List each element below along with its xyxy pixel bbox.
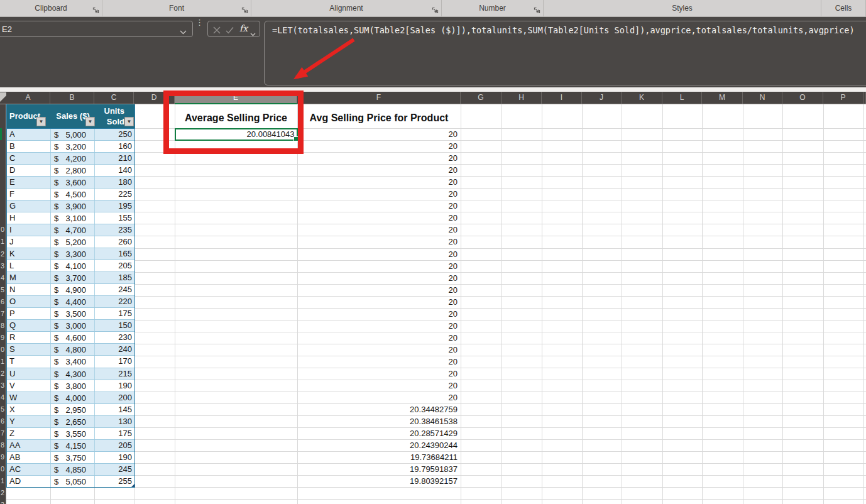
row-number-15[interactable]: 5 xyxy=(1,284,6,296)
cell-F26[interactable]: 20.38461538 xyxy=(297,415,461,427)
product-cell[interactable]: O xyxy=(7,296,51,307)
sales-cell[interactable]: $3,550 xyxy=(51,428,95,439)
row-number-11[interactable]: 1 xyxy=(1,236,6,248)
units-cell[interactable]: 170 xyxy=(95,356,134,367)
table-row-AA[interactable]: AA$4,150205 xyxy=(7,439,134,451)
cell-F8[interactable]: 20 xyxy=(297,200,461,212)
sales-cell[interactable]: $4,600 xyxy=(51,332,95,343)
units-cell[interactable]: 245 xyxy=(95,464,134,475)
enter-icon[interactable] xyxy=(226,25,234,36)
column-header-M[interactable]: M xyxy=(702,92,743,104)
cell-F21[interactable]: 20 xyxy=(297,356,461,368)
row-number-22[interactable]: 2 xyxy=(1,368,6,380)
cell-F24[interactable]: 20 xyxy=(297,392,461,403)
ribbon-group-number[interactable]: Number xyxy=(442,0,544,16)
filter-dropdown-sales[interactable]: ▼ xyxy=(85,117,95,126)
ribbon-group-cells[interactable]: Cells xyxy=(821,0,866,16)
units-cell[interactable]: 255 xyxy=(95,476,134,487)
product-cell[interactable]: AA xyxy=(7,440,51,451)
units-cell[interactable]: 240 xyxy=(95,344,134,355)
row-number-26[interactable]: 6 xyxy=(1,415,6,427)
cell-F3[interactable]: 20 xyxy=(297,140,461,152)
ribbon-group-font[interactable]: Font xyxy=(102,0,251,16)
sales-cell[interactable]: $5,000 xyxy=(51,129,95,140)
formula-bar-options-icon[interactable]: ⋮ xyxy=(195,20,202,25)
column-header-H[interactable]: H xyxy=(502,92,542,104)
row-number-13[interactable]: 3 xyxy=(1,260,6,272)
sales-cell[interactable]: $4,500 xyxy=(51,189,95,200)
sales-cell[interactable]: $3,900 xyxy=(51,200,95,212)
sales-cell[interactable]: $3,800 xyxy=(51,380,95,392)
cell-F23[interactable]: 20 xyxy=(297,380,461,392)
sales-cell[interactable]: $2,950 xyxy=(51,404,95,415)
product-cell[interactable]: N xyxy=(7,284,51,295)
units-cell[interactable]: 245 xyxy=(95,284,134,295)
sales-cell[interactable]: $3,700 xyxy=(51,272,95,283)
column-header-B[interactable]: B xyxy=(50,92,94,104)
sales-cell[interactable]: $3,400 xyxy=(51,356,95,367)
cell-E2-selected[interactable]: 20.00841043 xyxy=(175,128,298,141)
row-number-17[interactable]: 7 xyxy=(1,308,6,320)
filter-dropdown-units[interactable]: ▼ xyxy=(124,117,134,126)
cell-F5[interactable]: 20 xyxy=(297,164,461,176)
row-number-20[interactable]: 0 xyxy=(1,344,6,356)
row-number-12[interactable]: 2 xyxy=(1,248,6,260)
units-cell[interactable]: 215 xyxy=(95,368,134,380)
units-cell[interactable]: 205 xyxy=(95,260,134,271)
units-cell[interactable]: 260 xyxy=(95,236,134,248)
product-cell[interactable]: R xyxy=(7,332,51,343)
product-cell[interactable]: M xyxy=(7,272,51,283)
table-row-F[interactable]: F$4,500225 xyxy=(7,188,134,200)
table-row-I[interactable]: I$4,700235 xyxy=(7,224,134,236)
units-cell[interactable]: 190 xyxy=(95,452,134,463)
units-cell[interactable]: 190 xyxy=(95,380,134,392)
product-cell[interactable]: V xyxy=(7,380,51,392)
table-row-X[interactable]: X$2,950145 xyxy=(7,403,134,415)
cell-F6[interactable]: 20 xyxy=(297,176,461,188)
units-cell[interactable]: 180 xyxy=(95,177,134,188)
cell-F19[interactable]: 20 xyxy=(297,332,461,344)
ribbon-group-alignment[interactable]: Alignment xyxy=(251,0,442,16)
fx-dropdown-icon[interactable] xyxy=(250,28,256,39)
column-header-N[interactable]: N xyxy=(743,92,782,104)
table-row-AB[interactable]: AB$3,750190 xyxy=(7,451,134,463)
table-row-M[interactable]: M$3,700185 xyxy=(7,271,134,283)
table-row-W[interactable]: W$4,000200 xyxy=(7,392,134,403)
table-row-L[interactable]: L$4,100205 xyxy=(7,260,134,271)
product-cell[interactable]: G xyxy=(7,200,51,212)
table-row-Y[interactable]: Y$2,650130 xyxy=(7,415,134,427)
row-number-10[interactable]: 0 xyxy=(1,224,6,236)
units-cell[interactable]: 155 xyxy=(95,212,134,224)
cell-F12[interactable]: 20 xyxy=(297,248,461,260)
cell-F10[interactable]: 20 xyxy=(297,224,461,236)
sales-cell[interactable]: $3,750 xyxy=(51,452,95,463)
column-header-E[interactable]: E xyxy=(175,92,297,104)
formula-input[interactable]: =LET(totalsales,SUM(Table2[Sales ($)]),t… xyxy=(272,25,855,35)
sales-cell[interactable]: $4,300 xyxy=(51,368,95,380)
units-cell[interactable]: 150 xyxy=(95,320,134,331)
sales-cell[interactable]: $3,100 xyxy=(51,212,95,224)
dialog-launcher-icon[interactable] xyxy=(534,5,540,12)
table-row-B[interactable]: B$3,200160 xyxy=(7,140,134,152)
column-header-D[interactable]: D xyxy=(134,92,175,104)
row-number-19[interactable]: 9 xyxy=(1,332,6,344)
product-cell[interactable]: P xyxy=(7,308,51,319)
units-cell[interactable]: 200 xyxy=(95,392,134,403)
units-cell[interactable]: 205 xyxy=(95,440,134,451)
name-box-dropdown-icon[interactable] xyxy=(180,27,187,36)
units-cell[interactable]: 230 xyxy=(95,332,134,343)
row-number-16[interactable]: 6 xyxy=(1,296,6,308)
sales-cell[interactable]: $2,650 xyxy=(51,416,95,427)
sales-cell[interactable]: $4,400 xyxy=(51,296,95,307)
row-number-24[interactable]: 4 xyxy=(1,392,6,403)
table-row-Q[interactable]: Q$3,000150 xyxy=(7,319,134,331)
name-box[interactable]: E2 xyxy=(0,21,193,37)
units-cell[interactable]: 130 xyxy=(95,416,134,427)
table-row-C[interactable]: C$4,200210 xyxy=(7,152,134,164)
table-row-E[interactable]: E$3,600180 xyxy=(7,176,134,188)
cell-F13[interactable]: 20 xyxy=(297,260,461,272)
product-cell[interactable]: I xyxy=(7,224,51,236)
sales-cell[interactable]: $4,100 xyxy=(51,260,95,271)
cell-F31[interactable]: 19.80392157 xyxy=(297,475,461,487)
table-row-P[interactable]: P$3,500175 xyxy=(7,307,134,319)
